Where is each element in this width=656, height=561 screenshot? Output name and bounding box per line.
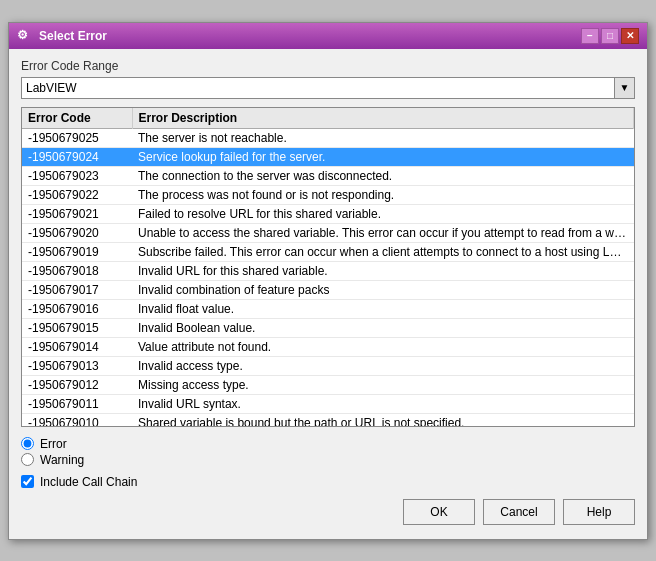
table-cell-desc: Invalid access type. xyxy=(132,356,634,375)
table-row[interactable]: -1950679021Failed to resolve URL for thi… xyxy=(22,204,634,223)
maximize-button[interactable]: □ xyxy=(601,28,619,44)
table-row[interactable]: -1950679013Invalid access type. xyxy=(22,356,634,375)
table-cell-code: -1950679014 xyxy=(22,337,132,356)
error-code-range-dropdown-container: LabVIEW DAQmx VISA IVI ▼ xyxy=(21,77,635,99)
error-radio-label: Error xyxy=(40,437,67,451)
table-cell-desc: Invalid URL for this shared variable. xyxy=(132,261,634,280)
table-cell-code: -1950679016 xyxy=(22,299,132,318)
dialog-content: Error Code Range LabVIEW DAQmx VISA IVI … xyxy=(9,49,647,539)
help-button[interactable]: Help xyxy=(563,499,635,525)
table-cell-desc: The connection to the server was disconn… xyxy=(132,166,634,185)
table-cell-code: -1950679022 xyxy=(22,185,132,204)
table-cell-code: -1950679025 xyxy=(22,128,132,147)
table-row[interactable]: -1950679017Invalid combination of featur… xyxy=(22,280,634,299)
table-cell-desc: Missing access type. xyxy=(132,375,634,394)
table-cell-desc: Invalid Boolean value. xyxy=(132,318,634,337)
warning-radio-label: Warning xyxy=(40,453,84,467)
table-row[interactable]: -1950679022The process was not found or … xyxy=(22,185,634,204)
table-cell-desc: Invalid combination of feature packs xyxy=(132,280,634,299)
title-controls: − □ ✕ xyxy=(581,28,639,44)
table-cell-desc: Subscribe failed. This error can occur w… xyxy=(132,242,634,261)
table-cell-desc: Unable to access the shared variable. Th… xyxy=(132,223,634,242)
table-cell-desc: The server is not reachable. xyxy=(132,128,634,147)
include-call-chain-checkbox[interactable] xyxy=(21,475,34,488)
table-cell-code: -1950679021 xyxy=(22,204,132,223)
table-row[interactable]: -1950679023The connection to the server … xyxy=(22,166,634,185)
table-row[interactable]: -1950679014Value attribute not found. xyxy=(22,337,634,356)
table-row[interactable]: -1950679010Shared variable is bound but … xyxy=(22,413,634,427)
table-cell-code: -1950679023 xyxy=(22,166,132,185)
col-header-code: Error Code xyxy=(22,108,132,129)
ok-button[interactable]: OK xyxy=(403,499,475,525)
table-cell-code: -1950679019 xyxy=(22,242,132,261)
button-row: OK Cancel Help xyxy=(21,499,635,529)
table-row[interactable]: -1950679016Invalid float value. xyxy=(22,299,634,318)
dialog-icon: ⚙ xyxy=(17,28,33,44)
table-cell-desc: Failed to resolve URL for this shared va… xyxy=(132,204,634,223)
title-bar-left: ⚙ Select Error xyxy=(17,28,107,44)
table-cell-code: -1950679010 xyxy=(22,413,132,427)
cancel-button[interactable]: Cancel xyxy=(483,499,555,525)
table-row[interactable]: -1950679012Missing access type. xyxy=(22,375,634,394)
select-error-dialog: ⚙ Select Error − □ ✕ Error Code Range La… xyxy=(8,22,648,540)
table-cell-code: -1950679015 xyxy=(22,318,132,337)
warning-radio[interactable] xyxy=(21,453,34,466)
table-row[interactable]: -1950679018Invalid URL for this shared v… xyxy=(22,261,634,280)
error-code-range-dropdown[interactable]: LabVIEW DAQmx VISA IVI xyxy=(21,77,615,99)
error-code-range-label: Error Code Range xyxy=(21,59,635,73)
error-radio-item[interactable]: Error xyxy=(21,437,635,451)
bottom-section: Error Warning Include Call Chain xyxy=(21,437,635,489)
title-bar: ⚙ Select Error − □ ✕ xyxy=(9,23,647,49)
include-call-chain-label: Include Call Chain xyxy=(40,475,137,489)
table-cell-desc: Invalid float value. xyxy=(132,299,634,318)
table-header-row: Error Code Error Description xyxy=(22,108,634,129)
table-cell-desc: Value attribute not found. xyxy=(132,337,634,356)
close-button[interactable]: ✕ xyxy=(621,28,639,44)
warning-radio-item[interactable]: Warning xyxy=(21,453,635,467)
radio-group: Error Warning xyxy=(21,437,635,467)
table-row[interactable]: -1950679019Subscribe failed. This error … xyxy=(22,242,634,261)
dropdown-arrow-icon[interactable]: ▼ xyxy=(615,77,635,99)
table-cell-code: -1950679012 xyxy=(22,375,132,394)
table-cell-desc: Shared variable is bound but the path or… xyxy=(132,413,634,427)
table-cell-desc: Service lookup failed for the server. xyxy=(132,147,634,166)
table-cell-desc: Invalid URL syntax. xyxy=(132,394,634,413)
table-row[interactable]: -1950679011Invalid URL syntax. xyxy=(22,394,634,413)
table-cell-code: -1950679018 xyxy=(22,261,132,280)
table-cell-code: -1950679011 xyxy=(22,394,132,413)
table-body: -1950679025The server is not reachable.-… xyxy=(22,128,634,427)
table-row[interactable]: -1950679015Invalid Boolean value. xyxy=(22,318,634,337)
include-call-chain-checkbox-item[interactable]: Include Call Chain xyxy=(21,475,635,489)
table-cell-code: -1950679020 xyxy=(22,223,132,242)
dialog-title: Select Error xyxy=(39,29,107,43)
table-cell-desc: The process was not found or is not resp… xyxy=(132,185,634,204)
table-cell-code: -1950679013 xyxy=(22,356,132,375)
table-row[interactable]: -1950679020Unable to access the shared v… xyxy=(22,223,634,242)
table-cell-code: -1950679017 xyxy=(22,280,132,299)
table-row[interactable]: -1950679024Service lookup failed for the… xyxy=(22,147,634,166)
minimize-button[interactable]: − xyxy=(581,28,599,44)
error-table-container[interactable]: Error Code Error Description -1950679025… xyxy=(21,107,635,427)
table-cell-code: -1950679024 xyxy=(22,147,132,166)
error-table: Error Code Error Description -1950679025… xyxy=(22,108,634,427)
table-row[interactable]: -1950679025The server is not reachable. xyxy=(22,128,634,147)
col-header-desc: Error Description xyxy=(132,108,634,129)
error-radio[interactable] xyxy=(21,437,34,450)
